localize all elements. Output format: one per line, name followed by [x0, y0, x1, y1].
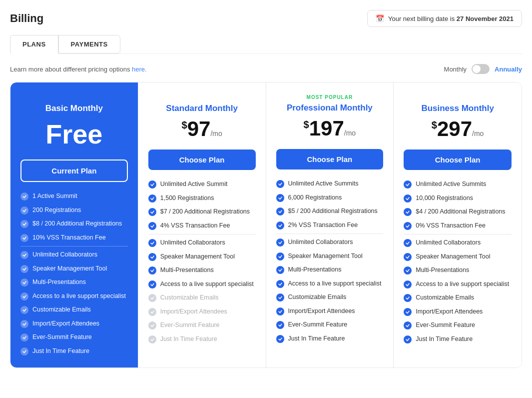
check-icon	[20, 234, 28, 242]
plan-name-standard: Standard Monthly	[148, 104, 256, 114]
feature-item: Unlimited Collaborators	[20, 250, 128, 260]
feature-item: Multi-Presentations	[148, 266, 256, 275]
feature-item: Unlimited Active Summit	[148, 180, 256, 189]
feature-item: Import/Export Attendees	[148, 308, 256, 316]
features-group2-business: Unlimited Collaborators Speaker Manageme…	[404, 238, 512, 344]
feature-item: 10% VSS Transaction Fee	[20, 234, 128, 242]
feature-item: Ever-Summit Feature	[20, 333, 128, 342]
features-group2-professional: Unlimited Collaborators Speaker Manageme…	[276, 238, 384, 343]
plan-price-standard: $97/mo	[148, 118, 256, 140]
check-icon	[148, 308, 156, 316]
plan-name-professional: Professional Monthly	[276, 103, 384, 113]
feature-item: Access to a live support specialist	[148, 280, 256, 289]
page-title: Billing	[10, 12, 43, 25]
check-icon	[276, 238, 284, 246]
check-icon	[148, 208, 156, 216]
feature-item: Import/Export Attendees	[404, 308, 512, 316]
check-icon	[404, 194, 412, 202]
check-icon	[404, 322, 412, 330]
pricing-info: Learn more about different pricing optio…	[10, 66, 147, 73]
check-icon	[20, 348, 28, 356]
check-icon	[276, 294, 284, 302]
check-icon	[276, 280, 284, 288]
feature-item: $4 / 200 Additional Registrations	[404, 208, 512, 216]
check-icon	[20, 292, 28, 300]
plan-card-business: Business Monthly $297/mo Choose Plan Unl…	[394, 82, 522, 368]
check-icon	[148, 253, 156, 261]
feature-item: 200 Registrations	[20, 206, 128, 215]
check-icon	[404, 222, 412, 230]
feature-item: Customizable Emails	[20, 306, 128, 314]
check-icon	[148, 239, 156, 247]
check-icon	[276, 266, 284, 274]
check-icon	[276, 308, 284, 316]
feature-item: Just In Time Feature	[404, 335, 512, 344]
check-icon	[404, 308, 412, 316]
feature-item: Access to a live support specialist	[276, 280, 384, 288]
check-icon	[148, 222, 156, 230]
check-icon	[276, 194, 284, 202]
feature-item: Multi-Presentations	[20, 278, 128, 287]
feature-item: $7 / 200 Additional Registrations	[148, 208, 256, 216]
feature-item: Access to a live support specialist	[20, 292, 128, 301]
feature-item: Ever-Summit Feature	[148, 321, 256, 330]
choose-plan-button-business[interactable]: Choose Plan	[404, 150, 512, 170]
billing-period-toggle[interactable]	[472, 64, 490, 74]
check-icon	[276, 252, 284, 260]
feature-item: Import/Export Attendees	[20, 320, 128, 328]
check-icon	[276, 321, 284, 329]
feature-item: $8 / 200 Additional Registrations	[20, 220, 128, 228]
feature-item: Speaker Management Tool	[276, 252, 384, 261]
plan-card-professional: MOST POPULARProfessional Monthly $197/mo…	[266, 82, 394, 368]
calendar-icon: 📅	[376, 14, 384, 22]
tab-payments[interactable]: PAYMENTS	[58, 35, 120, 54]
check-icon	[148, 280, 156, 288]
current-plan-button[interactable]: Current Plan	[20, 160, 128, 182]
check-icon	[148, 294, 156, 302]
check-icon	[404, 294, 412, 302]
feature-item: Unlimited Active Summits	[276, 180, 384, 188]
choose-plan-button-standard[interactable]: Choose Plan	[148, 150, 256, 170]
options-row: Learn more about different pricing optio…	[10, 64, 522, 74]
plan-card-standard: Standard Monthly $97/mo Choose Plan Unli…	[138, 82, 266, 368]
check-icon	[404, 280, 412, 288]
feature-item: Speaker Management Tool	[148, 252, 256, 262]
feature-item: Speaker Management Tool	[20, 264, 128, 274]
feature-item: Speaker Management Tool	[404, 252, 512, 262]
feature-item: Ever-Summit Feature	[404, 321, 512, 330]
check-icon	[148, 266, 156, 274]
check-icon	[276, 222, 284, 230]
features-group2-basic: Unlimited Collaborators Speaker Manageme…	[20, 250, 128, 356]
plan-name-basic: Basic Monthly	[20, 104, 128, 114]
features-divider	[148, 234, 256, 234]
plan-name-business: Business Monthly	[404, 104, 512, 114]
check-icon	[20, 334, 28, 342]
monthly-label: Monthly	[444, 66, 467, 73]
check-icon	[20, 220, 28, 228]
check-icon	[404, 336, 412, 344]
feature-item: Unlimited Collaborators	[404, 238, 512, 248]
most-popular-badge: MOST POPULAR	[276, 94, 384, 100]
features-divider	[276, 234, 384, 234]
feature-item: 4% VSS Transaction Fee	[148, 222, 256, 230]
feature-item: Multi-Presentations	[404, 266, 512, 275]
plan-price-basic: Free	[20, 118, 128, 150]
feature-item: 2% VSS Transaction Fee	[276, 221, 384, 230]
feature-item: 1 Active Summit	[20, 192, 128, 201]
check-icon	[20, 306, 28, 314]
pricing-link[interactable]: here.	[132, 66, 147, 73]
check-icon	[148, 180, 156, 188]
check-icon	[404, 253, 412, 261]
billing-toggle-row: Monthly Annually	[444, 64, 522, 74]
feature-item: Unlimited Collaborators	[148, 238, 256, 248]
check-icon	[276, 208, 284, 216]
features-group1-professional: Unlimited Active Summits 6,000 Registrat…	[276, 180, 384, 230]
feature-item: Ever-Summit Feature	[276, 320, 384, 330]
tab-plans[interactable]: PLANS	[10, 35, 58, 54]
annually-label: Annually	[495, 66, 522, 73]
check-icon	[276, 180, 284, 188]
choose-plan-button-professional[interactable]: Choose Plan	[276, 149, 384, 170]
feature-item: Just In Time Feature	[148, 335, 256, 344]
check-icon	[20, 192, 28, 200]
feature-item: Just In Time Feature	[276, 334, 384, 344]
